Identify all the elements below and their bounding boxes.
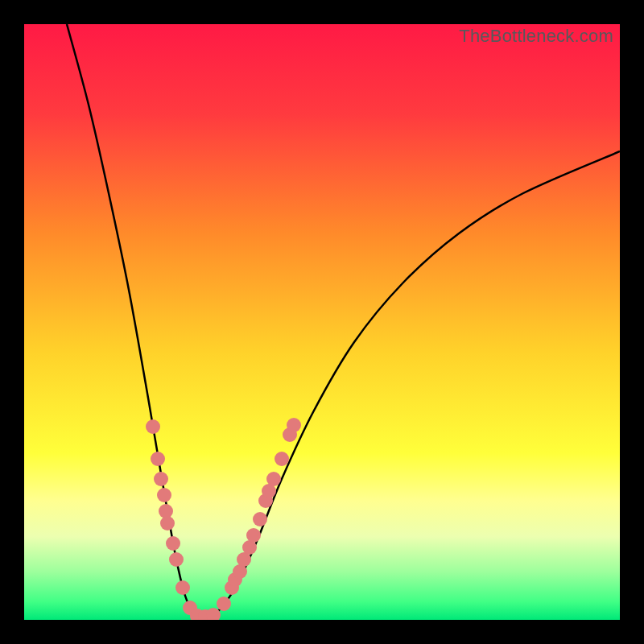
plot-area: TheBottleneck.com bbox=[24, 24, 620, 620]
scatter-dot bbox=[175, 580, 190, 595]
scatter-dot bbox=[151, 452, 165, 466]
scatter-dot bbox=[157, 488, 171, 502]
scatter-dot bbox=[166, 536, 180, 551]
scatter-dot bbox=[154, 472, 168, 486]
chart-svg bbox=[24, 24, 620, 620]
outer-frame: TheBottleneck.com bbox=[0, 0, 644, 644]
scatter-dot bbox=[287, 418, 301, 432]
scatter-dot bbox=[246, 528, 261, 543]
scatter-dot bbox=[266, 472, 281, 486]
scatter-dot bbox=[169, 552, 184, 567]
scatter-dot bbox=[253, 512, 267, 526]
scatter-dot bbox=[275, 452, 289, 466]
scatter-dot bbox=[160, 516, 175, 530]
scatter-dot bbox=[146, 419, 160, 434]
scatter-dot bbox=[217, 597, 231, 611]
watermark-text: TheBottleneck.com bbox=[459, 26, 613, 47]
gradient-background bbox=[24, 24, 620, 620]
